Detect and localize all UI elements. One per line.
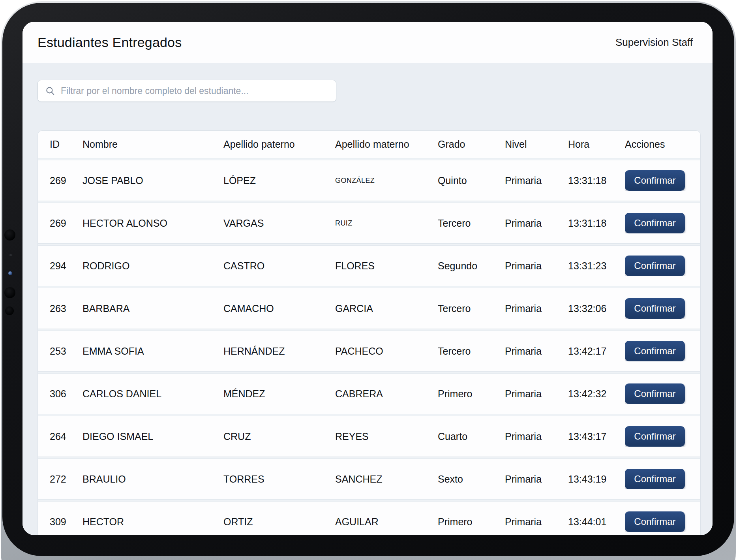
cell-id: 294	[50, 260, 83, 272]
col-header-hora: Hora	[568, 139, 625, 150]
cell-acciones: Confirmar	[625, 170, 700, 191]
page-background: Estudiantes Entregados Supervision Staff	[0, 0, 737, 560]
cell-grado: Segundo	[438, 260, 505, 272]
cell-materno: REYES	[335, 431, 438, 442]
cell-materno: GONZÁLEZ	[335, 177, 438, 185]
tablet-screen: Estudiantes Entregados Supervision Staff	[23, 22, 713, 535]
cell-nombre: BARBARA	[83, 303, 223, 314]
cell-hora: 13:31:18	[568, 175, 625, 186]
cell-grado: Tercero	[438, 218, 505, 229]
cell-nombre: DIEGO ISMAEL	[83, 431, 223, 442]
table-row: 272 BRAULIO TORRES SANCHEZ Sexto Primari…	[38, 459, 700, 500]
cell-materno: PACHECO	[335, 346, 438, 357]
cell-id: 269	[50, 218, 83, 229]
col-header-acciones: Acciones	[625, 139, 700, 150]
table-header-row: ID Nombre Apellido paterno Apellido mate…	[38, 131, 700, 158]
cell-hora: 13:32:06	[568, 303, 625, 314]
cell-id: 309	[50, 516, 83, 528]
cell-nombre: BRAULIO	[83, 474, 223, 485]
cell-nombre: EMMA SOFIA	[83, 346, 223, 357]
table-row: 264 DIEGO ISMAEL CRUZ REYES Cuarto Prima…	[38, 416, 700, 457]
cell-materno: SANCHEZ	[335, 474, 438, 485]
cell-paterno: ORTIZ	[223, 516, 335, 528]
cell-hora: 13:31:18	[568, 218, 625, 229]
students-table: ID Nombre Apellido paterno Apellido mate…	[38, 130, 701, 535]
cell-nivel: Primaria	[505, 474, 568, 485]
cell-paterno: CASTRO	[223, 260, 335, 272]
table-row: 306 CARLOS DANIEL MÉNDEZ CABRERA Primero…	[38, 373, 700, 414]
cell-nivel: Primaria	[505, 516, 568, 528]
cell-hora: 13:44:01	[568, 516, 625, 528]
confirmar-button[interactable]: Confirmar	[625, 341, 685, 361]
confirmar-button[interactable]: Confirmar	[625, 426, 685, 447]
cell-grado: Tercero	[438, 303, 505, 314]
tablet-frame: Estudiantes Entregados Supervision Staff	[1, 1, 736, 560]
cell-grado: Primero	[438, 516, 505, 528]
cell-nombre: HECTOR	[83, 516, 223, 528]
cell-id: 264	[50, 431, 83, 442]
cell-paterno: CAMACHO	[223, 303, 335, 314]
cell-acciones: Confirmar	[625, 341, 700, 361]
cell-nivel: Primaria	[505, 388, 568, 400]
cell-materno: FLORES	[335, 260, 438, 272]
cell-materno: CABRERA	[335, 388, 438, 400]
cell-nombre: JOSE PABLO	[83, 175, 223, 186]
cell-nombre: HECTOR ALONSO	[83, 218, 223, 229]
search-icon	[45, 86, 55, 96]
col-header-grado: Grado	[438, 139, 505, 150]
cell-hora: 13:43:19	[568, 474, 625, 485]
confirmar-button[interactable]: Confirmar	[625, 170, 685, 191]
cell-materno: GARCIA	[335, 303, 438, 314]
confirmar-button[interactable]: Confirmar	[625, 511, 685, 532]
table-row: 263 BARBARA CAMACHO GARCIA Tercero Prima…	[38, 288, 700, 329]
confirmar-button[interactable]: Confirmar	[625, 256, 685, 276]
cell-grado: Sexto	[438, 474, 505, 485]
confirmar-button[interactable]: Confirmar	[625, 383, 685, 404]
user-label: Supervision Staff	[615, 36, 693, 49]
camera-dot	[5, 306, 14, 315]
cell-id: 269	[50, 175, 83, 186]
col-header-paterno: Apellido paterno	[223, 139, 335, 150]
cell-paterno: CRUZ	[223, 431, 335, 442]
cell-grado: Cuarto	[438, 431, 505, 442]
cell-paterno: VARGAS	[223, 218, 335, 229]
cell-id: 272	[50, 474, 83, 485]
cell-paterno: MÉNDEZ	[223, 388, 335, 400]
cell-nombre: CARLOS DANIEL	[83, 388, 223, 400]
cell-acciones: Confirmar	[625, 426, 700, 447]
table-row: 253 EMMA SOFIA HERNÁNDEZ PACHECO Tercero…	[38, 331, 700, 372]
confirmar-button[interactable]: Confirmar	[625, 213, 685, 233]
confirmar-button[interactable]: Confirmar	[625, 469, 685, 489]
camera-lens-icon	[8, 271, 12, 275]
app-header: Estudiantes Entregados Supervision Staff	[23, 22, 713, 63]
cell-nivel: Primaria	[505, 346, 568, 357]
cell-acciones: Confirmar	[625, 511, 700, 532]
table-row: 309 HECTOR ORTIZ AGUILAR Primero Primari…	[38, 501, 700, 535]
cell-id: 263	[50, 303, 83, 314]
page-title: Estudiantes Entregados	[38, 35, 182, 50]
cell-acciones: Confirmar	[625, 213, 700, 233]
cell-nivel: Primaria	[505, 218, 568, 229]
cell-materno: RUIZ	[335, 219, 438, 227]
cell-id: 253	[50, 346, 83, 357]
cell-grado: Quinto	[438, 175, 505, 186]
cell-hora: 13:43:17	[568, 431, 625, 442]
cell-nombre: RODRIGO	[83, 260, 223, 272]
cell-hora: 13:31:23	[568, 260, 625, 272]
cell-materno: AGUILAR	[335, 516, 438, 528]
col-header-nombre: Nombre	[83, 139, 223, 150]
table-row: 294 RODRIGO CASTRO FLORES Segundo Primar…	[38, 245, 700, 286]
cell-nivel: Primaria	[505, 431, 568, 442]
col-header-nivel: Nivel	[505, 139, 568, 150]
tablet-bezel: Estudiantes Entregados Supervision Staff	[2, 3, 734, 556]
cell-paterno: LÓPEZ	[223, 175, 335, 186]
cell-hora: 13:42:32	[568, 388, 625, 400]
main-content: ID Nombre Apellido paterno Apellido mate…	[23, 63, 713, 535]
search-input[interactable]	[61, 86, 329, 96]
table-body: 269 JOSE PABLO LÓPEZ GONZÁLEZ Quinto Pri…	[38, 160, 700, 535]
cell-nivel: Primaria	[505, 303, 568, 314]
camera-dot	[4, 229, 15, 241]
confirmar-button[interactable]: Confirmar	[625, 298, 685, 319]
cell-nivel: Primaria	[505, 260, 568, 272]
search-box[interactable]	[38, 80, 336, 102]
